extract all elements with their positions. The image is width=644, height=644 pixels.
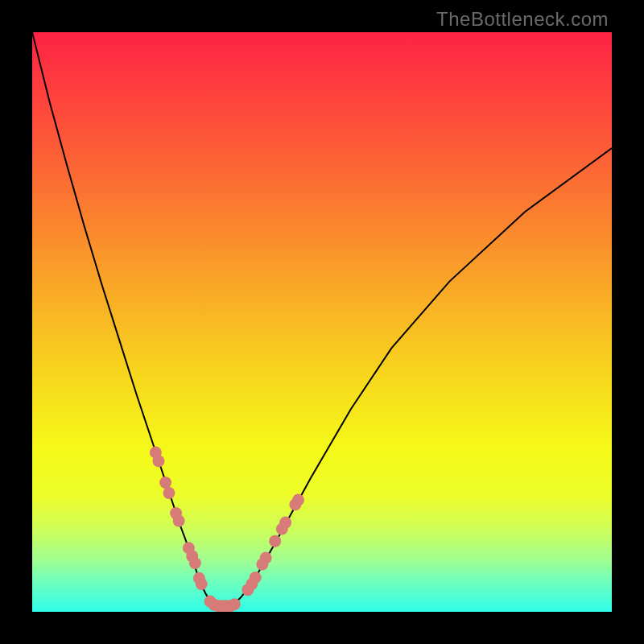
bottleneck-curve (32, 32, 612, 606)
bead-marker (292, 494, 304, 506)
bead-marker (189, 557, 201, 569)
bead-marker (260, 552, 272, 564)
bead-marker (173, 514, 185, 526)
bead-marker (152, 455, 164, 467)
curve-layer (32, 32, 612, 612)
bead-marker (163, 487, 175, 499)
bead-marker (279, 517, 291, 529)
bead-marker (196, 578, 208, 590)
bead-marker (269, 535, 281, 547)
watermark-text: TheBottleneck.com (436, 8, 609, 31)
bead-marker (229, 598, 241, 610)
bead-marker (159, 477, 171, 489)
plot-area (32, 32, 612, 612)
bead-markers (150, 447, 304, 613)
bead-marker (250, 572, 262, 584)
chart-container: TheBottleneck.com (0, 0, 644, 644)
